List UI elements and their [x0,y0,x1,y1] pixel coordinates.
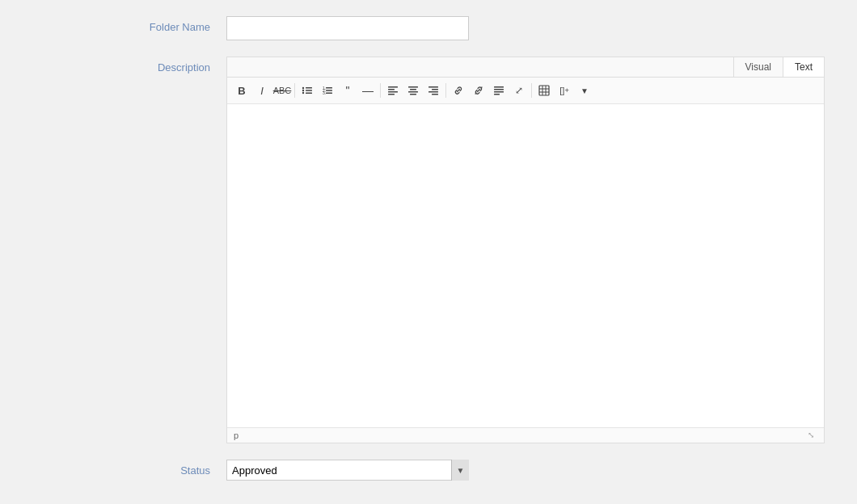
svg-rect-20 [428,86,438,88]
editor-area[interactable] [227,104,824,427]
more-button[interactable]: ▼ [575,81,594,100]
svg-rect-14 [388,91,398,93]
folder-name-label: Folder Name [32,16,226,33]
status-row: Status Approved Pending Rejected ▼ [32,460,825,481]
description-wrapper: Visual Text B I ABC 1.2.3. " — [226,57,825,443]
folder-name-input[interactable] [226,16,469,40]
toolbar-divider-1 [294,83,295,98]
description-label: Description [32,57,226,74]
svg-rect-24 [494,86,504,88]
svg-rect-12 [388,86,398,88]
editor-toolbar: B I ABC 1.2.3. " — [227,78,824,104]
svg-point-0 [302,87,304,89]
add-col-button[interactable]: []+ [555,81,574,100]
resize-handle[interactable]: ⤡ [808,430,817,440]
folder-name-field [226,16,825,40]
svg-rect-22 [428,91,438,93]
svg-rect-26 [494,91,504,93]
svg-rect-15 [388,94,395,95]
svg-rect-11 [326,93,332,94]
status-label: Status [32,460,226,477]
table-button[interactable] [534,81,554,100]
svg-rect-23 [432,94,438,95]
svg-rect-13 [388,89,395,90]
align-center-button[interactable] [403,81,423,100]
svg-rect-7 [326,87,332,89]
justify-button[interactable] [489,81,509,100]
align-left-button[interactable] [383,81,403,100]
text-tab[interactable]: Text [783,57,824,77]
strikethrough-button[interactable]: ABC [272,81,292,100]
fullscreen-button[interactable]: ⤢ [509,81,529,100]
italic-button[interactable]: I [252,81,272,100]
unlink-button[interactable] [469,81,488,100]
visual-tab[interactable]: Visual [733,57,783,77]
svg-rect-1 [306,87,312,89]
svg-rect-17 [410,89,416,90]
toolbar-divider-4 [531,83,532,98]
svg-rect-21 [432,89,438,90]
description-row: Description Visual Text B I ABC 1.2.3. " [32,57,825,443]
toolbar-divider-3 [445,83,446,98]
blockquote-button[interactable]: " [338,81,357,100]
svg-rect-27 [494,94,500,95]
unordered-list-button[interactable] [298,81,317,100]
svg-rect-28 [539,86,549,95]
svg-rect-25 [494,89,504,90]
ordered-list-button[interactable]: 1.2.3. [318,81,337,100]
svg-text:3.: 3. [323,90,326,95]
description-tab-bar: Visual Text [227,57,824,78]
status-field: Approved Pending Rejected ▼ [226,460,825,481]
status-select-wrapper: Approved Pending Rejected ▼ [226,460,469,481]
svg-rect-3 [306,90,312,91]
svg-point-2 [302,90,304,91]
svg-rect-18 [408,91,418,93]
toolbar-divider-2 [380,83,381,98]
align-right-button[interactable] [424,81,443,100]
hr-button[interactable]: — [358,81,378,100]
bold-button[interactable]: B [232,81,251,100]
svg-point-4 [302,92,304,94]
editor-tag: p [234,430,239,440]
svg-rect-19 [410,94,416,95]
svg-rect-16 [408,86,418,88]
folder-name-row: Folder Name [32,16,825,40]
svg-rect-9 [326,90,332,91]
link-button[interactable] [449,81,468,100]
editor-footer: p ⤡ [227,427,824,443]
status-select[interactable]: Approved Pending Rejected [226,460,469,481]
form-container: Folder Name Description Visual Text B I … [0,0,857,504]
svg-rect-5 [306,93,312,94]
